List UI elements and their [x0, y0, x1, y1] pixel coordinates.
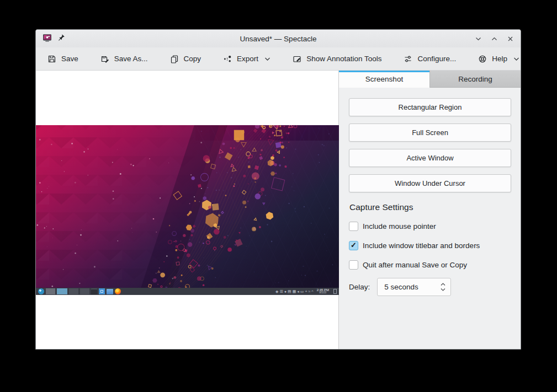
- wallpaper-art: [36, 125, 339, 295]
- toolbar: Save Save As... Copy: [36, 47, 521, 71]
- taskbar-launcher-area: [38, 288, 121, 294]
- minimize-button[interactable]: [475, 35, 482, 42]
- chevron-down-icon: [264, 57, 270, 61]
- window-title: Unsaved* — Spectacle: [240, 35, 317, 43]
- rectangular-region-button[interactable]: Rectangular Region: [349, 98, 511, 116]
- export-button[interactable]: Export: [216, 51, 278, 67]
- spectacle-app-icon[interactable]: [43, 33, 52, 45]
- include-mouse-pointer-option[interactable]: Include mouse pointer: [349, 221, 511, 232]
- configure-label: Configure...: [417, 55, 456, 63]
- shield-icon: ◈: [275, 288, 278, 295]
- configure-button[interactable]: Configure...: [396, 51, 463, 67]
- share-icon: [223, 55, 232, 63]
- include-titlebar-checkbox[interactable]: [349, 241, 358, 250]
- display-icon: ▦: [293, 288, 296, 295]
- network-icon: ≈: [309, 288, 311, 295]
- delay-label: Delay:: [349, 283, 370, 291]
- delay-row: Delay: 5 seconds: [349, 278, 511, 296]
- tab-screenshot-label: Screenshot: [365, 75, 403, 83]
- show-annotation-tools-label: Show Annotation Tools: [306, 55, 381, 63]
- spin-up-icon[interactable]: [441, 283, 445, 286]
- preview-taskbar: ◈☰●▤▦◂▭+≈^ 2:45 PM 8/1/23: [36, 288, 339, 295]
- quit-after-save-option[interactable]: Quit after manual Save or Copy: [349, 259, 511, 270]
- file-manager-icon: [107, 289, 113, 294]
- task-window-active-icon: [57, 288, 67, 294]
- delay-spinbox[interactable]: 5 seconds: [377, 278, 451, 296]
- include-titlebar-label: Include window titlebar and borders: [363, 241, 480, 250]
- tab-bar: Screenshot Recording: [339, 71, 521, 88]
- window-under-cursor-button[interactable]: Window Under Cursor: [349, 174, 511, 192]
- copy-label: Copy: [184, 55, 201, 63]
- help-icon: [478, 55, 487, 63]
- launcher-icon: [38, 288, 44, 294]
- tab-recording-label: Recording: [458, 75, 492, 83]
- configure-icon: [404, 55, 412, 63]
- battery-icon: ▭: [300, 288, 304, 295]
- spin-down-icon[interactable]: [441, 288, 445, 291]
- volume-icon: ◂: [297, 288, 299, 295]
- task-window-dim-icon: [69, 288, 78, 294]
- system-tray: ◈☰●▤▦◂▭+≈^: [275, 288, 314, 295]
- maximize-button[interactable]: [491, 35, 498, 42]
- copy-button[interactable]: Copy: [163, 51, 209, 67]
- clock: 2:45 PM 8/1/23: [317, 288, 329, 294]
- show-annotation-tools-button[interactable]: Show Annotation Tools: [285, 51, 389, 67]
- notification-icon: ●: [284, 288, 287, 295]
- task-window-dim-icon: [80, 288, 89, 294]
- screenshot-preview-pane: ◈☰●▤▦◂▭+≈^ 2:45 PM 8/1/23: [36, 71, 339, 349]
- terminal-icon: [91, 288, 97, 294]
- include-mouse-pointer-checkbox[interactable]: [349, 222, 358, 231]
- capture-panel: Rectangular Region Full Screen Active Wi…: [339, 88, 521, 349]
- task-window-icon: [46, 288, 55, 294]
- show-desktop-icon: [333, 289, 337, 294]
- export-label: Export: [237, 55, 258, 63]
- capture-settings-heading: Capture Settings: [349, 202, 511, 212]
- caret-icon: ^: [311, 288, 313, 295]
- save-label: Save: [61, 55, 78, 63]
- help-label: Help: [492, 55, 507, 63]
- chevron-down-icon: [513, 57, 519, 61]
- help-button[interactable]: Help: [471, 51, 521, 67]
- save-button[interactable]: Save: [40, 51, 86, 67]
- firefox-icon: [115, 288, 121, 294]
- clipboard-icon: ▤: [288, 288, 291, 295]
- full-screen-button[interactable]: Full Screen: [349, 123, 511, 142]
- user-icon: ☰: [280, 288, 283, 295]
- active-window-button[interactable]: Active Window: [349, 149, 511, 167]
- spectacle-window: Unsaved* — Spectacle Save: [35, 29, 521, 350]
- quit-after-save-checkbox[interactable]: [349, 260, 358, 270]
- include-titlebar-option[interactable]: Include window titlebar and borders: [349, 240, 511, 251]
- quit-after-save-label: Quit after manual Save or Copy: [363, 261, 467, 269]
- save-as-icon: [100, 55, 109, 63]
- pin-icon[interactable]: [57, 34, 65, 44]
- clock-date: 8/1/23: [320, 292, 327, 294]
- titlebar[interactable]: Unsaved* — Spectacle: [36, 30, 521, 47]
- save-as-button[interactable]: Save As...: [93, 51, 155, 67]
- tab-recording[interactable]: Recording: [429, 71, 521, 88]
- screenshot-preview-image: ◈☰●▤▦◂▭+≈^ 2:45 PM 8/1/23: [36, 125, 339, 295]
- tab-screenshot[interactable]: Screenshot: [339, 71, 429, 88]
- plus-icon: +: [305, 288, 307, 295]
- close-button[interactable]: [507, 35, 514, 42]
- delay-value: 5 seconds: [384, 283, 418, 291]
- copy-icon: [170, 55, 179, 63]
- annotation-icon: [293, 55, 301, 63]
- save-icon: [47, 55, 56, 63]
- include-mouse-pointer-label: Include mouse pointer: [363, 222, 436, 230]
- save-as-label: Save As...: [114, 55, 148, 63]
- settings-icon: [99, 288, 105, 294]
